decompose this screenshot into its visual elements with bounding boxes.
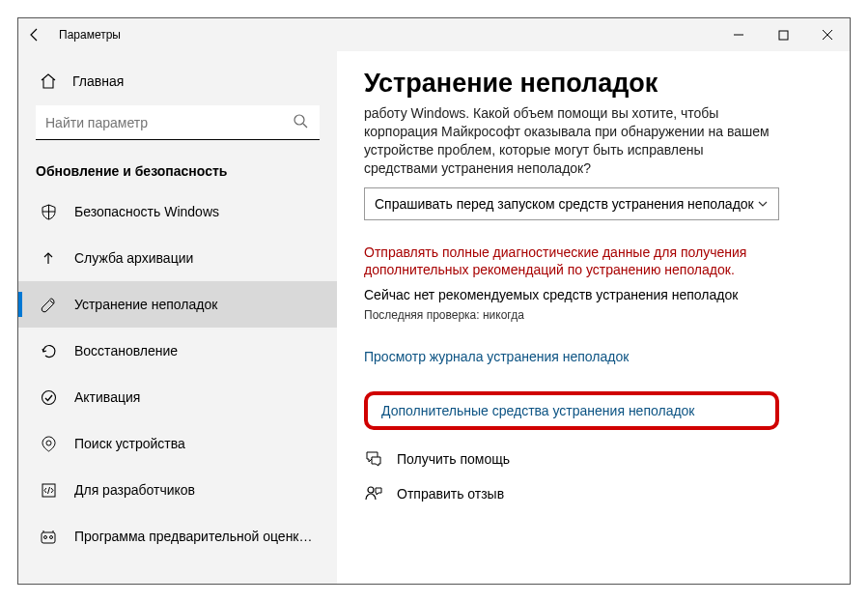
sidebar-item-label: Устранение неполадок xyxy=(74,297,320,312)
sidebar-item-label: Поиск устройства xyxy=(74,436,320,451)
diagnostic-warning: Отправлять полные диагностические данные… xyxy=(364,244,779,280)
sidebar-item-troubleshoot[interactable]: Устранение неполадок xyxy=(18,281,337,328)
svg-point-5 xyxy=(42,390,55,404)
sidebar-item-label: Служба архивации xyxy=(74,250,320,266)
additional-troubleshoot-link[interactable]: Дополнительные средства устранения непол… xyxy=(381,403,762,418)
body: Главная Обновление и безопасность Безопа… xyxy=(18,51,850,584)
sidebar-item-activation[interactable]: Активация xyxy=(18,374,337,420)
back-button[interactable] xyxy=(18,18,51,51)
get-help-label: Получить помощь xyxy=(397,451,510,467)
sidebar-item-backup[interactable]: Служба архивации xyxy=(18,235,337,281)
page-title: Устранение неполадок xyxy=(364,69,823,99)
sidebar-item-label: Восстановление xyxy=(74,343,320,358)
send-feedback-link[interactable]: Отправить отзыв xyxy=(364,484,823,503)
help-chat-icon xyxy=(364,449,383,469)
insider-icon xyxy=(40,528,57,545)
sidebar: Главная Обновление и безопасность Безопа… xyxy=(18,51,337,584)
shield-icon xyxy=(40,203,57,220)
window-title: Параметры xyxy=(59,28,121,42)
troubleshoot-icon xyxy=(40,296,57,313)
svg-rect-1 xyxy=(779,31,788,40)
feedback-icon xyxy=(364,484,383,503)
find-device-icon xyxy=(40,435,57,452)
chevron-down-icon xyxy=(757,198,769,210)
close-button[interactable] xyxy=(805,18,850,51)
intro-text: работу Windows. Какой объем помощи вы хо… xyxy=(364,104,779,178)
main-content: Устранение неполадок работу Windows. Как… xyxy=(337,51,850,584)
recommendation-dropdown[interactable]: Спрашивать перед запуском средств устран… xyxy=(364,187,779,220)
get-help-link[interactable]: Получить помощь xyxy=(364,449,823,469)
status-text: Сейчас нет рекомендуемых средств устране… xyxy=(364,287,823,302)
sidebar-item-developer[interactable]: Для разработчиков xyxy=(18,467,337,513)
search-input[interactable] xyxy=(36,105,320,140)
activation-icon xyxy=(40,388,57,406)
dropdown-value: Спрашивать перед запуском средств устран… xyxy=(375,196,754,212)
recovery-icon xyxy=(40,342,57,359)
feedback-label: Отправить отзыв xyxy=(397,486,504,502)
sidebar-item-security[interactable]: Безопасность Windows xyxy=(18,188,337,235)
sidebar-item-find-device[interactable]: Поиск устройства xyxy=(18,420,337,467)
settings-window: Параметры Главная xyxy=(17,17,851,585)
sidebar-item-label: Для разработчиков xyxy=(74,482,320,498)
home-icon xyxy=(40,72,57,90)
sidebar-item-label: Активация xyxy=(74,389,320,405)
history-link[interactable]: Просмотр журнала устранения неполадок xyxy=(364,349,823,364)
sidebar-item-label: Безопасность Windows xyxy=(74,204,320,219)
section-header: Обновление и безопасность xyxy=(18,154,337,188)
home-button[interactable]: Главная xyxy=(18,65,337,98)
search-container xyxy=(18,98,337,154)
svg-point-9 xyxy=(44,536,47,539)
minimize-button[interactable] xyxy=(716,18,761,51)
titlebar: Параметры xyxy=(18,18,850,51)
window-controls xyxy=(716,18,850,51)
svg-point-10 xyxy=(50,536,53,539)
home-label: Главная xyxy=(72,73,124,89)
sidebar-item-recovery[interactable]: Восстановление xyxy=(18,328,337,374)
maximize-button[interactable] xyxy=(761,18,805,51)
sidebar-item-label: Программа предварительной оценки Windows xyxy=(74,529,320,544)
svg-point-6 xyxy=(46,441,51,445)
highlight-annotation: Дополнительные средства устранения непол… xyxy=(364,391,779,430)
svg-point-11 xyxy=(368,487,374,493)
archive-icon xyxy=(40,249,57,267)
developer-icon xyxy=(40,481,57,499)
sidebar-item-insider[interactable]: Программа предварительной оценки Windows xyxy=(18,513,337,559)
last-check-text: Последняя проверка: никогда xyxy=(364,308,823,322)
